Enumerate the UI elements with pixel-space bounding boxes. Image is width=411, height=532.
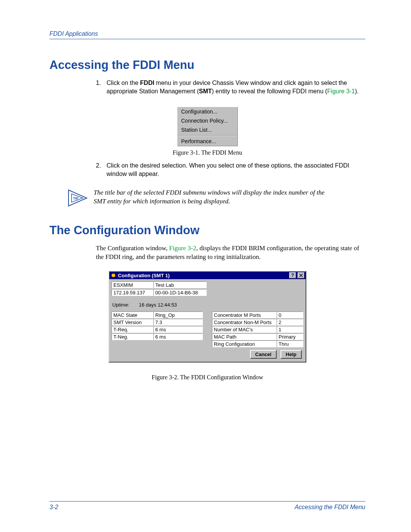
fddi-menu-box: Configuration... Connection Policy... St… <box>177 107 238 146</box>
configuration-window: Configuration (SMT 1) ? ESXMIM Test Lab … <box>108 271 306 363</box>
info-row-2: 172.19.59.137 00-00-1D-14-B6-38 <box>112 289 303 296</box>
ring-config-value: Thru <box>277 340 303 347</box>
list-number: 2. <box>96 161 101 170</box>
conc-non-m-ports-label: Concentrator Non-M Ports <box>212 319 277 326</box>
menu-item-performance[interactable]: Performance... <box>177 137 237 146</box>
mac-address-field: 00-00-1D-14-B6-38 <box>153 289 207 296</box>
device-name-field: ESXMIM <box>112 281 153 288</box>
uptime-value: 16 days 12:44:53 <box>139 302 177 308</box>
tip-label: TIP <box>73 197 78 200</box>
mac-state-label: MAC State <box>112 312 153 318</box>
t-req-value: 6 ms <box>153 326 203 333</box>
mac-path-value: Primary <box>277 333 303 340</box>
left-params-table: MAC StateRing_Op SMT Version7.3 T-Req.6 … <box>112 312 203 348</box>
para-pre: The Configuration window, <box>96 244 169 252</box>
conc-non-m-ports-value: 2 <box>277 319 303 326</box>
page-number: 3-2 <box>49 504 58 511</box>
conc-m-ports-value: 0 <box>277 312 303 318</box>
number-macs-label: Number of MAC's <box>212 326 277 333</box>
info-row-1: ESXMIM Test Lab <box>112 281 303 288</box>
smt-version-label: SMT Version <box>112 319 153 326</box>
smt-version-value: 7.3 <box>153 319 203 326</box>
close-window-button[interactable] <box>298 272 304 278</box>
t-req-label: T-Req. <box>112 326 153 333</box>
step1-text-pre: Click on the <box>107 80 140 86</box>
chapter-title: FDDI Applications <box>49 30 98 37</box>
number-macs-value: 1 <box>277 326 303 333</box>
step2-text: Click on the desired selection. When you… <box>107 162 349 177</box>
config-paragraph: The Configuration window, Figure 3-2, di… <box>96 244 365 262</box>
uptime-label: Uptime: <box>112 302 129 308</box>
footer-section: Accessing the FDDI Menu <box>295 504 365 511</box>
t-neg-label: T-Neg. <box>112 333 153 340</box>
list-number: 1. <box>96 79 101 87</box>
figure-3-1: Configuration... Connection Policy... St… <box>49 107 365 156</box>
t-neg-value: 6 ms <box>153 333 203 340</box>
conc-m-ports-label: Concentrator M Ports <box>212 312 277 318</box>
menu-item-station-list[interactable]: Station List... <box>177 125 237 134</box>
figure-3-2-caption: Figure 3-2. The FDDI Configuration Windo… <box>49 374 365 381</box>
step1-text-end: ). <box>355 88 359 94</box>
section-heading-configuration: The Configuration Window <box>49 224 365 237</box>
menu-item-configuration[interactable]: Configuration... <box>177 107 237 116</box>
figure-3-1-link[interactable]: Figure 3-1 <box>327 88 355 94</box>
cancel-button[interactable]: Cancel <box>250 350 277 359</box>
tip-callout: TIP The title bar of the selected FDDI s… <box>68 189 365 208</box>
step-2: 2. Click on the desired selection. When … <box>96 161 365 178</box>
step1-bold-fddi: FDDI <box>140 80 154 86</box>
step1-text-post: ) entity to reveal the following FDDI me… <box>212 88 327 94</box>
right-params-table: Concentrator M Ports0 Concentrator Non-M… <box>212 312 303 348</box>
uptime-row: Uptime: 16 days 12:44:53 <box>112 302 303 308</box>
ring-config-label: Ring Configuration <box>212 340 277 347</box>
menu-separator <box>178 135 237 136</box>
window-title: Configuration (SMT 1) <box>118 273 288 278</box>
help-window-button[interactable]: ? <box>289 272 296 278</box>
tip-text: The title bar of the selected FDDI subme… <box>94 189 337 206</box>
page-header: FDDI Applications <box>49 30 365 39</box>
location-field: Test Lab <box>153 281 207 288</box>
figure-3-1-caption: Figure 3-1. The FDDI Menu <box>49 149 365 156</box>
window-titlebar: Configuration (SMT 1) ? <box>109 272 306 279</box>
help-button[interactable]: Help <box>280 350 302 359</box>
menu-item-connection-policy[interactable]: Connection Policy... <box>177 116 237 125</box>
step1-bold-smt: SMT <box>199 88 212 94</box>
svg-rect-3 <box>113 273 114 274</box>
ip-address-field: 172.19.59.137 <box>112 289 153 296</box>
section-heading-accessing: Accessing the FDDI Menu <box>49 58 365 72</box>
mac-path-label: MAC Path <box>212 333 277 340</box>
page-footer: 3-2 Accessing the FDDI Menu <box>49 501 365 511</box>
mac-state-value: Ring_Op <box>153 312 203 318</box>
step-1: 1. Click on the FDDI menu in your device… <box>96 79 365 95</box>
tip-icon: TIP <box>68 189 88 208</box>
system-menu-icon[interactable] <box>110 272 116 278</box>
figure-3-2-link[interactable]: Figure 3-2 <box>169 244 196 252</box>
